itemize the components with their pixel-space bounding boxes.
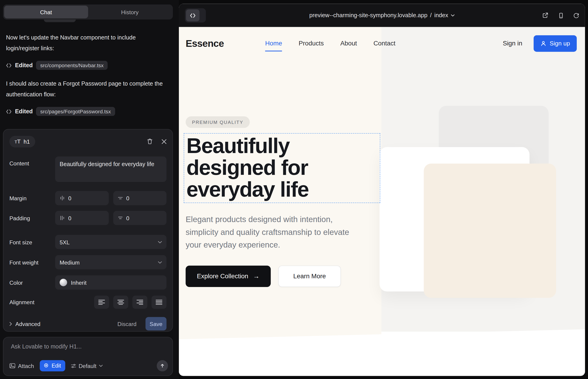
preview-url-dropdown[interactable]: preview--charming-site-symphony.lovable.… — [309, 12, 454, 19]
explore-collection-label: Explore Collection — [197, 272, 248, 280]
margin-vertical-icon — [60, 195, 65, 201]
margin-label: Margin — [9, 195, 55, 201]
attach-label: Attach — [18, 363, 34, 369]
margin-vertical-input[interactable]: 0 — [55, 191, 108, 205]
site-logo[interactable]: Essence — [186, 38, 224, 49]
chat-message: Now let's update the Navbar component to… — [6, 32, 169, 54]
nav-link-products[interactable]: Products — [299, 40, 324, 47]
margin-vertical-value: 0 — [68, 195, 72, 201]
file-chip[interactable]: src/components/Navbar.tsx — [36, 61, 108, 70]
edited-label: Edited — [15, 62, 32, 69]
align-center-button[interactable] — [113, 296, 128, 309]
edit-label: Edit — [52, 363, 61, 369]
content-input[interactable]: Beautifully designed for everyday life — [55, 157, 167, 182]
preview-url: preview--charming-site-symphony.lovable.… — [309, 12, 428, 19]
open-external-icon[interactable] — [542, 12, 548, 18]
nav-link-home[interactable]: Home — [265, 40, 282, 51]
nav-link-about[interactable]: About — [340, 40, 357, 47]
align-justify-button[interactable] — [152, 296, 167, 309]
nav-link-contact[interactable]: Contact — [373, 40, 396, 47]
edited-file-row[interactable]: Edited src/pages/ForgotPassword.tsx — [6, 106, 115, 117]
preview-window: preview--charming-site-symphony.lovable.… — [179, 4, 585, 376]
url-separator: / — [430, 12, 432, 19]
padding-vertical-value: 0 — [68, 215, 72, 221]
margin-horizontal-value: 0 — [126, 195, 129, 201]
image-icon — [9, 363, 15, 368]
selected-element-badge: TT h1 — [9, 136, 35, 147]
arrow-right-icon: → — [253, 272, 260, 280]
user-icon — [540, 41, 546, 47]
padding-horizontal-value: 0 — [126, 215, 129, 221]
padding-horizontal-input[interactable]: 0 — [113, 211, 167, 225]
sliders-icon — [71, 363, 76, 368]
padding-label: Padding — [9, 215, 55, 221]
edited-file-row[interactable]: Edited src/components/Navbar.tsx — [6, 60, 108, 71]
chat-history-tabs: Chat History — [3, 5, 173, 19]
edit-mode-button[interactable]: Edit — [40, 360, 65, 371]
file-chip[interactable]: src/pages/ForgotPassword.tsx — [36, 107, 115, 116]
color-value: Inherit — [71, 279, 86, 286]
discard-button[interactable]: Discard — [117, 320, 137, 327]
mobile-view-icon[interactable] — [558, 13, 564, 18]
save-button[interactable]: Save — [145, 317, 167, 331]
align-right-button[interactable] — [132, 296, 147, 309]
padding-vertical-input[interactable]: 0 — [55, 211, 108, 225]
align-left-button[interactable] — [94, 296, 109, 309]
site-navbar: Essence Home Products About Contact Sign… — [179, 27, 585, 60]
margin-horizontal-icon — [118, 195, 123, 201]
code-icon — [186, 9, 200, 21]
chat-composer: Attach Edit Default — [3, 337, 173, 376]
sign-up-label: Sign up — [550, 40, 570, 47]
close-icon[interactable] — [162, 139, 167, 144]
color-label: Color — [9, 279, 55, 286]
padding-horizontal-icon — [118, 215, 123, 221]
scrolled-chip — [44, 19, 76, 22]
arrow-up-icon — [160, 364, 165, 368]
code-view-toggle[interactable] — [185, 8, 206, 22]
font-size-label: Font size — [9, 239, 55, 245]
font-weight-select[interactable]: Medium — [55, 255, 167, 269]
content-label: Content — [9, 157, 55, 167]
decorative-beige-card — [424, 164, 556, 298]
color-select[interactable]: Inherit — [55, 275, 167, 289]
explore-collection-button[interactable]: Explore Collection → — [186, 266, 271, 287]
learn-more-button[interactable]: Learn More — [278, 266, 341, 287]
chevron-down-icon — [158, 261, 162, 263]
hero-headline[interactable]: Beautifully designed for everyday life — [186, 135, 376, 200]
send-button[interactable] — [157, 360, 168, 371]
padding-vertical-icon — [60, 215, 65, 221]
chevron-down-icon — [158, 241, 162, 243]
preview-path: index — [434, 12, 448, 19]
margin-horizontal-input[interactable]: 0 — [113, 191, 167, 205]
typography-icon: TT — [15, 138, 21, 144]
edited-label: Edited — [15, 108, 32, 115]
advanced-label: Advanced — [15, 320, 40, 327]
tab-history[interactable]: History — [88, 6, 171, 19]
editor-header: TT h1 — [9, 135, 167, 148]
chat-panel: Chat History Now let's update the Navbar… — [0, 0, 179, 379]
element-editor-panel: TT h1 Content Beautifully designed for e… — [3, 129, 173, 332]
preview-toolbar: preview--charming-site-symphony.lovable.… — [179, 4, 585, 27]
font-weight-label: Font weight — [9, 259, 55, 266]
refresh-icon[interactable] — [573, 13, 579, 18]
hero-description: Elegant products designed with intention… — [186, 213, 356, 252]
chevron-down-icon — [99, 364, 103, 367]
advanced-toggle[interactable]: Advanced — [9, 320, 40, 327]
alignment-label: Alignment — [9, 299, 55, 305]
font-weight-value: Medium — [60, 259, 79, 266]
mode-label: Default — [79, 363, 96, 369]
code-icon — [6, 109, 12, 114]
trash-icon[interactable] — [147, 138, 153, 144]
chat-input[interactable] — [10, 343, 165, 358]
code-icon — [6, 63, 12, 68]
tab-chat[interactable]: Chat — [4, 6, 88, 19]
sign-in-link[interactable]: Sign in — [503, 40, 522, 47]
model-default-button[interactable]: Default — [71, 363, 103, 369]
premium-quality-badge: PREMIUM QUALITY — [186, 116, 250, 128]
chevron-right-icon — [9, 322, 12, 326]
sign-up-button[interactable]: Sign up — [533, 35, 576, 52]
chevron-down-icon — [451, 14, 454, 16]
font-size-select[interactable]: 5XL — [55, 235, 167, 249]
element-tag-label: h1 — [24, 138, 30, 145]
attach-button[interactable]: Attach — [9, 363, 34, 369]
